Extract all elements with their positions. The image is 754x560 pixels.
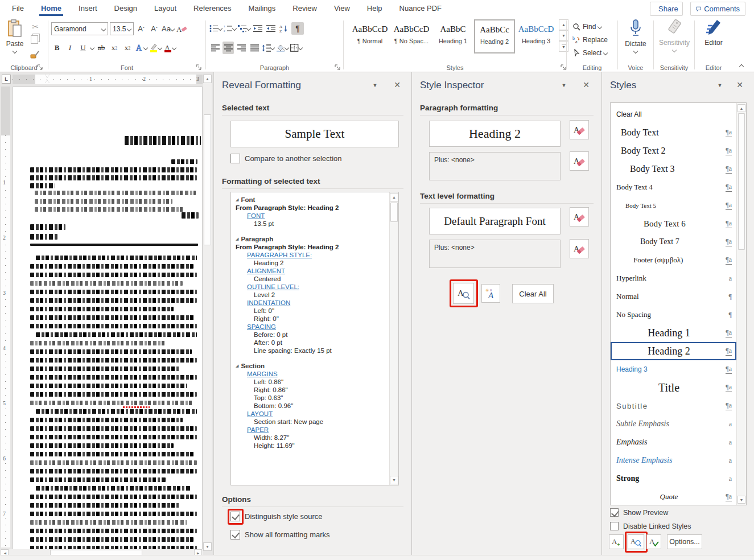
- tab-review[interactable]: Review: [284, 0, 326, 17]
- tab-view[interactable]: View: [326, 0, 359, 17]
- style-card-heading-3[interactable]: AaBbCcDHeading 3: [516, 19, 557, 53]
- rf-link-spacing[interactable]: SPACING: [247, 323, 387, 331]
- show-formatting-marks-row[interactable]: Show all formatting marks: [230, 530, 330, 540]
- find-button[interactable]: Find: [572, 21, 601, 32]
- reset-character-style-button[interactable]: A: [570, 207, 589, 227]
- increase-indent-button[interactable]: [265, 22, 277, 35]
- tab-references[interactable]: References: [185, 0, 240, 17]
- distinguish-style-source-checkbox[interactable]: [230, 512, 240, 521]
- scroll-left-icon[interactable]: ▲: [1, 549, 9, 555]
- rf-section-paragraph[interactable]: ◢Paragraph: [236, 235, 387, 243]
- clear-paragraph-plus-button[interactable]: A: [570, 151, 589, 171]
- tab-file[interactable]: File: [3, 0, 32, 17]
- style-item-strong[interactable]: Stronga: [611, 470, 736, 488]
- paragraph-plus-box[interactable]: Plus: <none>: [429, 152, 561, 180]
- clear-formatting-button[interactable]: A: [176, 23, 187, 35]
- tab-mailings[interactable]: Mailings: [240, 0, 285, 17]
- styles-list[interactable]: Clear AllBody Text¶aBody Text 2¶aBody Te…: [610, 102, 747, 505]
- tab-layout[interactable]: Layout: [146, 0, 185, 17]
- comments-button[interactable]: Comments: [690, 2, 745, 16]
- rf-link-paper[interactable]: PAPER: [247, 426, 387, 434]
- reset-paragraph-style-button[interactable]: A: [570, 120, 589, 139]
- bold-button[interactable]: B: [51, 42, 63, 54]
- style-item-body-text-5[interactable]: Body Text 5¶a: [611, 196, 736, 215]
- style-item-body-text-4[interactable]: Body Text 4¶a: [611, 178, 736, 196]
- style-item-normal[interactable]: Normal¶: [611, 287, 736, 306]
- vertical-ruler[interactable]: 1234567: [1, 87, 10, 547]
- tab-help[interactable]: Help: [359, 0, 391, 17]
- rf-link-indentation[interactable]: INDENTATION: [247, 299, 387, 307]
- replace-button[interactable]: ba Replace: [572, 34, 608, 46]
- style-item-body-text-7[interactable]: Body Text 7¶a: [611, 233, 736, 251]
- font-name-combo[interactable]: Garamond: [51, 22, 108, 35]
- font-dialog-launcher-icon[interactable]: [195, 64, 202, 71]
- style-item-body-text-6[interactable]: Body Text 6¶a: [611, 215, 736, 233]
- justify-button[interactable]: [249, 42, 260, 54]
- superscript-button[interactable]: x2: [122, 42, 133, 54]
- rf-section-font[interactable]: ◢Font: [236, 196, 387, 204]
- style-item-quote[interactable]: Quote¶a: [611, 488, 736, 505]
- sensitivity-button[interactable]: Sensitivity: [658, 19, 690, 62]
- dictate-dropdown-icon[interactable]: [633, 49, 638, 53]
- formatting-details-list[interactable]: ◢FontFrom Paragraph Style: Heading 2FONT…: [230, 192, 399, 485]
- manage-styles-button[interactable]: A: [646, 534, 661, 549]
- text-plus-box[interactable]: Plus: <none>: [429, 240, 561, 268]
- style-item-clear-all[interactable]: Clear All: [611, 105, 736, 123]
- bullets-button[interactable]: [209, 22, 222, 35]
- highlight-button[interactable]: [149, 42, 162, 54]
- paragraph-dialog-launcher-icon[interactable]: [334, 64, 341, 71]
- horizontal-ruler[interactable]: 123: [13, 75, 203, 84]
- compare-selection-checkbox[interactable]: [230, 154, 240, 163]
- rf-scroll-thumb[interactable]: [390, 203, 398, 222]
- tab-stop-selector[interactable]: L: [2, 75, 11, 84]
- dictate-button[interactable]: Dictate: [620, 19, 652, 62]
- pane-menu-icon[interactable]: ▼: [715, 83, 724, 88]
- cut-button[interactable]: ✂: [28, 20, 42, 33]
- style-item-hyperlink[interactable]: Hyperlinka: [611, 269, 736, 287]
- rf-link-margins[interactable]: MARGINS: [247, 370, 387, 378]
- rf-link-font[interactable]: FONT: [247, 212, 387, 220]
- borders-button[interactable]: [290, 42, 302, 54]
- align-right-button[interactable]: [236, 42, 247, 54]
- vertical-scroll-thumb[interactable]: [204, 114, 211, 245]
- editor-button[interactable]: Editor: [698, 19, 730, 62]
- rf-link-alignment[interactable]: ALIGNMENT: [247, 267, 387, 275]
- style-item-heading-1[interactable]: Heading 1¶a: [611, 324, 736, 342]
- shrink-font-button[interactable]: Aˇ: [149, 23, 160, 35]
- pane-menu-icon[interactable]: ▼: [559, 83, 568, 88]
- line-spacing-button[interactable]: [262, 42, 274, 54]
- font-size-combo[interactable]: 13.5: [110, 22, 134, 35]
- styles-scroll-thumb[interactable]: [738, 113, 745, 250]
- indent-marker[interactable]: [44, 75, 51, 84]
- document-horizontal-scrollbar[interactable]: ▲ ▲: [0, 549, 203, 555]
- style-card-heading-1[interactable]: AaBbCHeading 1: [432, 19, 473, 53]
- new-style-button[interactable]: A+: [609, 534, 624, 549]
- style-item-no-spacing[interactable]: No Spacing¶: [611, 306, 736, 324]
- change-case-button[interactable]: Aa: [162, 23, 174, 35]
- styles-scroll-up-icon[interactable]: ▲: [737, 104, 745, 112]
- rf-section-section[interactable]: ◢Section: [236, 362, 387, 370]
- pane-close-icon[interactable]: ✕: [735, 80, 745, 89]
- style-item-subtitle[interactable]: Subtitle¶a: [611, 397, 736, 415]
- style-item-heading-2[interactable]: Heading 2¶a: [611, 342, 736, 360]
- pane-close-icon[interactable]: ✕: [581, 80, 591, 89]
- underline-button[interactable]: U: [77, 42, 89, 54]
- rf-scroll-up-icon[interactable]: ▲: [390, 193, 398, 201]
- rf-link-paragraph-style[interactable]: PARAGRAPH STYLE:: [247, 251, 387, 259]
- clear-all-button[interactable]: Clear All: [512, 284, 554, 303]
- style-item-body-text-3[interactable]: Body Text 3¶a: [611, 160, 736, 178]
- grow-font-button[interactable]: Aˆ: [135, 23, 147, 35]
- style-card-normal[interactable]: AaBbCcD¶ Normal: [349, 19, 390, 53]
- scroll-right-icon[interactable]: ▲: [194, 549, 202, 555]
- collapse-ribbon-icon[interactable]: [740, 60, 743, 71]
- multilevel-list-button[interactable]: [238, 22, 250, 35]
- style-card-no-spac[interactable]: AaBbCcD¶ No Spac...: [391, 19, 432, 53]
- show-preview-row[interactable]: Show Preview: [610, 508, 668, 517]
- new-style-button[interactable]: ✳✳A: [481, 284, 500, 303]
- clear-text-plus-button[interactable]: A: [570, 239, 589, 258]
- style-item-body-text-2[interactable]: Body Text 2¶a: [611, 142, 736, 160]
- style-inspector-button[interactable]: A: [628, 534, 644, 549]
- style-card-heading-2[interactable]: AaBbCcHeading 2: [474, 19, 515, 53]
- document-page[interactable]: [13, 87, 203, 555]
- disable-linked-styles-row[interactable]: Disable Linked Styles: [610, 522, 691, 530]
